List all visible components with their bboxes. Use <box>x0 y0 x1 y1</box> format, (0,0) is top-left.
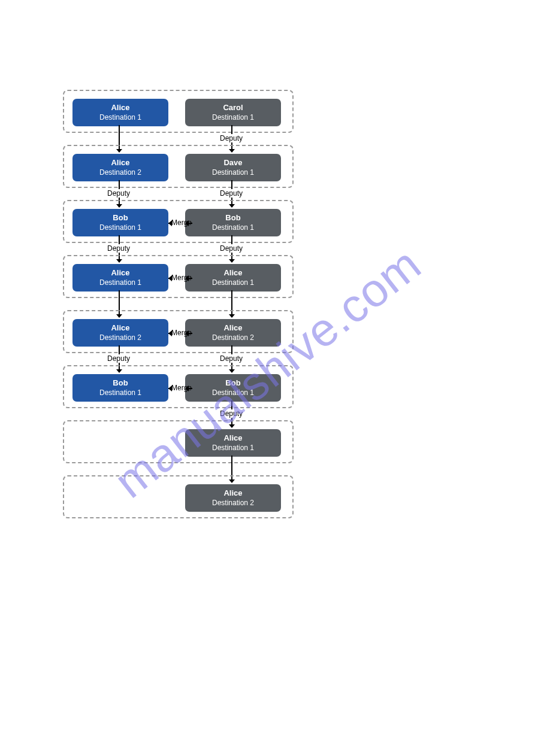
flow-node: AliceDestination 2 <box>185 319 281 347</box>
node-dest: Destination 2 <box>72 333 168 342</box>
arrow-label: Deputy <box>219 189 244 198</box>
flow-node: AliceDestination 2 <box>72 319 168 347</box>
arrow-label: Deputy <box>106 189 131 198</box>
node-name: Bob <box>72 213 168 223</box>
row-group: AliceDestination 2AliceDestination 2Merg… <box>63 310 294 353</box>
node-name: Dave <box>185 158 281 168</box>
merge-label: Merge <box>170 329 194 337</box>
node-dest: Destination 1 <box>185 444 281 453</box>
row-group: AliceDestination 1 <box>63 420 294 463</box>
node-dest: Destination 1 <box>185 278 281 287</box>
row-group: AliceDestination 2DaveDestination 1 <box>63 145 294 188</box>
row-group: AliceDestination 1CarolDestination 1 <box>63 90 294 133</box>
row-group: AliceDestination 2 <box>63 475 294 518</box>
node-name: Alice <box>72 268 168 278</box>
row-group: BobDestination 1BobDestination 1Merge <box>63 365 294 408</box>
merge-label: Merge <box>170 274 194 282</box>
row-group: AliceDestination 1AliceDestination 1Merg… <box>63 255 294 298</box>
flow-node: AliceDestination 1 <box>72 264 168 292</box>
arrow-label: Deputy <box>219 409 244 418</box>
node-name: Bob <box>185 378 281 388</box>
node-name: Alice <box>72 103 168 113</box>
node-dest: Destination 2 <box>185 499 281 508</box>
row-group: BobDestination 1BobDestination 1Merge <box>63 200 294 243</box>
node-name: Alice <box>72 158 168 168</box>
flow-node: AliceDestination 2 <box>185 484 281 512</box>
flow-node: AliceDestination 1 <box>185 429 281 457</box>
flow-node: BobDestination 1 <box>72 374 168 402</box>
arrow-label: Deputy <box>106 244 131 253</box>
flow-node: BobDestination 1 <box>185 374 281 402</box>
node-dest: Destination 1 <box>72 388 168 397</box>
arrow-label: Deputy <box>106 354 131 363</box>
arrow-label: Deputy <box>219 134 244 142</box>
node-name: Alice <box>72 323 168 333</box>
node-dest: Destination 1 <box>185 168 281 177</box>
node-name: Bob <box>72 378 168 388</box>
arrow-label: Deputy <box>219 354 244 363</box>
node-name: Alice <box>185 268 281 278</box>
node-name: Alice <box>185 488 281 498</box>
node-dest: Destination 2 <box>185 333 281 342</box>
arrow-label: Deputy <box>219 244 244 253</box>
node-dest: Destination 1 <box>72 113 168 122</box>
flow-node: BobDestination 1 <box>185 209 281 236</box>
node-dest: Destination 2 <box>72 168 168 177</box>
node-name: Carol <box>185 103 281 113</box>
merge-label: Merge <box>170 384 194 392</box>
merge-label: Merge <box>170 218 194 227</box>
node-dest: Destination 1 <box>185 113 281 122</box>
flow-diagram: AliceDestination 1CarolDestination 1Depu… <box>63 90 297 530</box>
node-name: Alice <box>185 433 281 443</box>
flow-node: AliceDestination 1 <box>185 264 281 292</box>
flow-node: DaveDestination 1 <box>185 154 281 181</box>
node-dest: Destination 1 <box>185 388 281 397</box>
flow-node: AliceDestination 2 <box>72 154 168 181</box>
flow-node: CarolDestination 1 <box>185 99 281 126</box>
flow-node: BobDestination 1 <box>72 209 168 236</box>
node-dest: Destination 1 <box>185 223 281 232</box>
node-name: Alice <box>185 323 281 333</box>
node-dest: Destination 1 <box>72 278 168 287</box>
flow-node: AliceDestination 1 <box>72 99 168 126</box>
node-name: Bob <box>185 213 281 223</box>
node-dest: Destination 1 <box>72 223 168 232</box>
